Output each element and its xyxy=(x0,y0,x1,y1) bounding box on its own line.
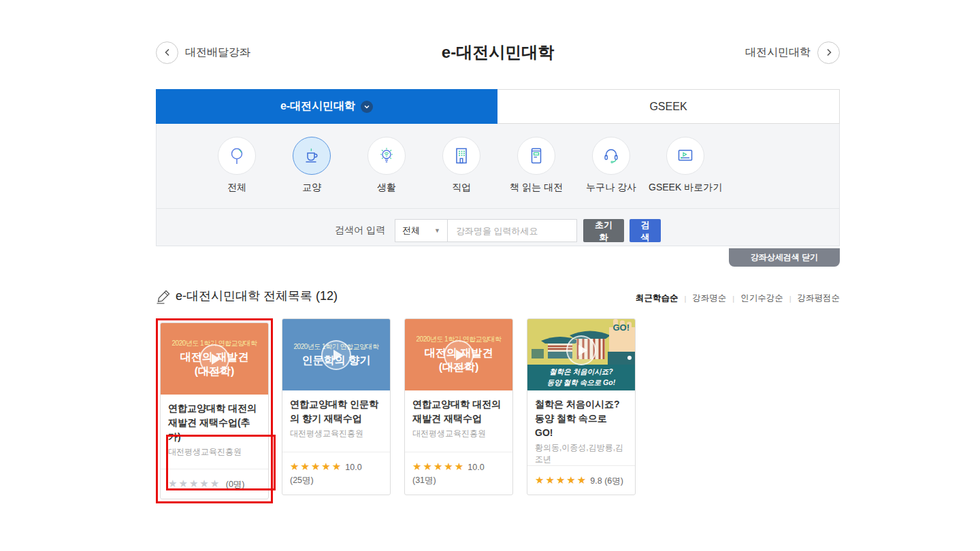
sort-separator: | xyxy=(732,295,734,303)
star-rating-icon: ★★★★★ xyxy=(168,478,220,489)
hand-mirror-icon xyxy=(227,146,246,165)
course-provider: 대전평생교육진흥원 xyxy=(412,428,505,439)
course-provider: 대전평생교육진흥원 xyxy=(168,446,261,458)
category-label: 생활 xyxy=(377,182,396,194)
pencil-icon xyxy=(156,289,171,304)
course-filter-panel: 전체 교양 xyxy=(156,124,840,246)
tab-e-daejeon[interactable]: e-대전시민대학 xyxy=(156,89,497,124)
course-list-header: e-대전시민대학 전체목록 (12) 최근학습순 | 강좌명순 | 인기수강순 … xyxy=(156,288,840,304)
go-text: GO! xyxy=(612,322,630,333)
main-content: 대전배달강좌 e-대전시민대학 대전시민대학 e-대전시민대학 GSEEK xyxy=(156,41,840,503)
course-provider: 대전평생교육진흥원 xyxy=(290,428,382,439)
category-row: 전체 교양 xyxy=(157,137,839,194)
tab-gseek-label: GSEEK xyxy=(649,101,687,113)
provider-tabbar: e-대전시민대학 GSEEK xyxy=(156,89,840,124)
category-anyone-instructor[interactable]: 누구나 강사 xyxy=(574,137,649,194)
search-scope-value: 전체 xyxy=(402,224,420,237)
thumbnail-banner: 철학은 처음이시죠? 동양 철학 속으로 Go! xyxy=(527,365,635,390)
category-gseek-shortcut[interactable]: GSEEK 바로가기 xyxy=(649,137,722,194)
category-label: 직업 xyxy=(452,182,471,194)
category-liberal-arts[interactable]: 교양 xyxy=(274,137,349,194)
search-row: 검색어 입력 전체 ▼ 초기화 검색 xyxy=(157,219,839,242)
course-card-2[interactable]: 2020년도 1학기 연합교양대학 인문학의 향기 연합교양대학 인문학의 향기… xyxy=(282,318,391,495)
video-player-icon xyxy=(676,146,695,165)
course-card-1[interactable]: 2020년도 1학기 연합교양대학 대전의 재발견 (대전학) 연합교양대학 대… xyxy=(160,322,269,499)
play-icon[interactable] xyxy=(199,344,229,374)
list-title: e-대전시민대학 전체목록 (12) xyxy=(176,288,338,304)
category-life[interactable]: 생활 xyxy=(349,137,424,194)
sort-recent-learning[interactable]: 최근학습순 xyxy=(636,293,679,304)
annotation-red-outline: 2020년도 1학기 연합교양대학 대전의 재발견 (대전학) 연합교양대학 대… xyxy=(156,318,273,503)
chevron-right-icon xyxy=(825,48,833,56)
course-group-nav: 대전배달강좌 e-대전시민대학 대전시민대학 xyxy=(156,41,840,64)
star-rating-icon: ★★★★★ xyxy=(290,461,342,472)
course-title[interactable]: 연합교양대학 인문학의 향기 재택수업 xyxy=(290,397,382,426)
rating-row: ★★★★★10.0 (31명) xyxy=(405,452,512,495)
rating-score: 10.0 xyxy=(345,463,361,472)
play-icon[interactable] xyxy=(444,340,474,370)
star-rating-icon: ★★★★★ xyxy=(412,461,465,472)
sort-separator: | xyxy=(789,295,791,303)
search-label: 검색어 입력 xyxy=(335,224,385,237)
course-card-grid: 2020년도 1학기 연합교양대학 대전의 재발견 (대전학) 연합교양대학 대… xyxy=(156,318,840,503)
course-card-3[interactable]: 2020년도 1학기 연합교양대학 대전의 재발견 (대전학) 연합교양대학 대… xyxy=(404,318,513,495)
rating-count: (31명) xyxy=(412,475,436,485)
select-caret-icon: ▼ xyxy=(434,227,440,234)
rating-row: ★★★★★9.8 (6명) xyxy=(527,465,635,495)
next-group: 대전시민대학 xyxy=(745,41,840,64)
lightbulb-icon xyxy=(377,146,396,165)
rating-score: 9.8 xyxy=(590,476,602,486)
rating-score: 10.0 xyxy=(468,463,484,472)
banner-line-2: 동양 철학 속으로 Go! xyxy=(547,378,615,388)
course-provider: 황의동,이종성,김방룡,김조년 xyxy=(535,442,627,465)
next-arrow-button[interactable] xyxy=(817,41,840,64)
filter-divider xyxy=(157,208,839,209)
course-thumbnail: 2020년도 1학기 연합교양대학 인문학의 향기 xyxy=(282,319,390,390)
rating-row: ★★★★★ (0명) xyxy=(161,469,268,499)
reset-button[interactable]: 초기화 xyxy=(583,219,624,242)
sort-rating[interactable]: 강좌평점순 xyxy=(798,293,840,304)
course-card-4[interactable]: GO! 철학은 처음이시죠? 동양 철학 속으로 Go! 철학은 처음이시죠? … xyxy=(527,318,636,495)
category-label: 누구나 강사 xyxy=(586,182,636,194)
search-input[interactable] xyxy=(448,219,577,242)
course-thumbnail: 2020년도 1학기 연합교양대학 대전의 재발견 (대전학) xyxy=(405,319,512,390)
coffee-cup-icon xyxy=(302,146,321,165)
rating-count: (6명) xyxy=(604,476,623,486)
banner-line-1: 철학은 처음이시죠? xyxy=(549,367,612,378)
play-icon[interactable] xyxy=(321,340,351,370)
course-thumbnail: 2020년도 1학기 연합교양대학 대전의 재발견 (대전학) xyxy=(161,323,268,395)
course-thumbnail: GO! 철학은 처음이시죠? 동양 철학 속으로 Go! xyxy=(527,319,635,390)
category-book-reading-daejeon[interactable]: 책 읽는 대전 xyxy=(499,137,574,194)
play-icon[interactable] xyxy=(566,335,596,365)
course-title[interactable]: 연합교양대학 대전의 재발견 재택수업(추가) xyxy=(168,401,261,444)
chevron-down-icon[interactable] xyxy=(361,101,373,113)
detail-search-close-button[interactable]: 강좌상세검색 닫기 xyxy=(729,248,840,267)
detail-search-close-row: 강좌상세검색 닫기 xyxy=(156,246,840,267)
next-group-label[interactable]: 대전시민대학 xyxy=(745,46,811,60)
category-label: 전체 xyxy=(227,182,246,194)
search-button[interactable]: 검색 xyxy=(630,219,661,242)
rating-count: (0명) xyxy=(226,480,245,489)
star-rating-icon: ★★★★★ xyxy=(535,474,587,486)
sort-course-name[interactable]: 강좌명순 xyxy=(692,293,726,304)
sort-popularity[interactable]: 인기수강순 xyxy=(740,293,783,304)
category-all[interactable]: 전체 xyxy=(199,137,274,194)
book-icon xyxy=(527,146,546,165)
course-title[interactable]: 연합교양대학 대전의 재발견 재택수업 xyxy=(412,397,505,426)
category-label: 교양 xyxy=(302,182,321,194)
rating-row: ★★★★★10.0 (25명) xyxy=(282,452,390,495)
tab-gseek[interactable]: GSEEK xyxy=(497,89,840,124)
course-title[interactable]: 철학은 처음이시죠? 동양 철학 속으로 GO! xyxy=(535,397,627,440)
category-job[interactable]: 직업 xyxy=(424,137,499,194)
page-title: e-대전시민대학 xyxy=(156,41,840,63)
building-icon xyxy=(452,146,471,165)
rating-count: (25명) xyxy=(290,475,314,485)
tab-e-daejeon-label: e-대전시민대학 xyxy=(280,99,355,114)
category-label: 책 읽는 대전 xyxy=(510,182,563,194)
search-scope-select[interactable]: 전체 ▼ xyxy=(395,219,448,242)
sort-separator: | xyxy=(684,295,686,303)
sort-options: 최근학습순 | 강좌명순 | 인기수강순 | 강좌평점순 xyxy=(636,293,840,304)
headset-icon xyxy=(602,146,621,165)
category-label: GSEEK 바로가기 xyxy=(649,182,722,194)
